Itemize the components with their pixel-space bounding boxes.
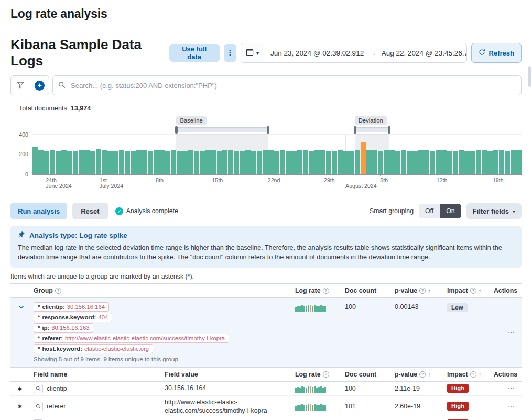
x-axis-tickmark <box>437 175 437 176</box>
unique-asterisk: * <box>38 335 40 341</box>
impact-badge: High <box>447 402 469 411</box>
histogram-bar <box>154 150 159 174</box>
doc-count: 101 <box>341 401 390 412</box>
reset-button[interactable]: Reset <box>72 203 107 219</box>
log-rate-analysis-page: Log rate analysis Kibana Sample Data Log… <box>0 0 532 420</box>
histogram-bar <box>182 151 188 174</box>
histogram-bar <box>309 151 314 174</box>
x-axis-tick-label: 19th <box>493 177 504 183</box>
toolbar: Kibana Sample Data Logs Use full data ⋮ … <box>10 37 522 69</box>
histogram-bar <box>50 150 55 174</box>
x-axis-tick-label: 15th <box>212 177 223 183</box>
histogram-bar <box>516 150 522 174</box>
log-rate-sparkline <box>295 384 327 393</box>
baseline-brush[interactable] <box>176 127 268 132</box>
histogram-bar <box>286 151 291 174</box>
group-items: *clientip:30.156.16.164*response.keyword… <box>34 302 287 353</box>
histogram-bar <box>107 151 113 174</box>
y-axis-tick-label: 200 <box>10 151 28 157</box>
histogram-bar <box>291 151 297 174</box>
histogram-bar <box>372 150 377 174</box>
group-p-value: 0.00143 <box>390 301 443 312</box>
group-item-field: clientip: <box>42 304 64 310</box>
group-item-field: response.keyword: <box>42 314 96 320</box>
add-filter-button[interactable]: + <box>30 76 49 95</box>
histogram-bar <box>165 151 170 174</box>
unique-asterisk: * <box>38 304 40 310</box>
filter-fields-button[interactable]: Filter fields ▾ <box>466 203 522 219</box>
sample-size-button[interactable]: ⋮ <box>224 44 236 62</box>
histogram-bar <box>511 150 516 174</box>
info-icon[interactable]: ? <box>323 288 329 294</box>
x-axis-tick-label: 5th <box>380 177 388 183</box>
histogram-bar <box>217 151 222 174</box>
unique-asterisk: * <box>38 314 40 320</box>
info-icon[interactable]: ? <box>323 371 329 378</box>
histogram-bar <box>90 151 95 174</box>
field-name: referer <box>47 403 66 410</box>
histogram-bar <box>487 151 493 174</box>
info-icon[interactable]: ? <box>55 288 61 294</box>
p-value-column-header[interactable]: p-value ? ↑ <box>390 284 443 297</box>
filter-field-button[interactable] <box>34 384 43 393</box>
field-value: 30.156.16.164 <box>160 382 291 394</box>
impact-column-header[interactable]: Impact ? ↑ <box>443 284 490 297</box>
group-item-badge: *clientip:30.156.16.164 <box>34 302 109 312</box>
refresh-button[interactable]: Refresh <box>471 43 522 63</box>
deviation-brush-right-handle[interactable] <box>388 126 390 134</box>
p-value-column-header[interactable]: p-value ? ↑ <box>390 368 443 381</box>
deviation-brush-left-handle[interactable] <box>354 126 356 134</box>
histogram-plot: 400 200 0 <box>32 134 522 175</box>
field-table-header: Field name Field value Log rate ? Doc co… <box>10 367 522 382</box>
row-actions-button[interactable]: ⋯ <box>508 384 515 392</box>
run-analysis-button[interactable]: Run analysis <box>10 203 67 219</box>
histogram-bar <box>447 151 452 174</box>
field-table-row: ✱clientip30.156.16.1641002.11e-19High⋯ <box>10 382 522 396</box>
info-icon[interactable]: ? <box>470 371 476 378</box>
histogram-bar <box>268 150 274 174</box>
smart-grouping-off[interactable]: Off <box>419 204 440 218</box>
info-icon[interactable]: ? <box>419 371 426 378</box>
deviation-brush[interactable] <box>355 127 389 132</box>
query-bar: + <box>10 75 522 95</box>
x-axis-tickmark <box>46 175 46 176</box>
histogram-bar <box>505 151 510 174</box>
histogram-bar <box>395 151 400 174</box>
unique-asterisk-icon: ✱ <box>18 386 22 392</box>
histogram-bar <box>211 150 216 174</box>
x-axis-tickmark <box>268 175 268 176</box>
search-input[interactable] <box>70 81 516 90</box>
histogram-bar <box>148 151 153 174</box>
group-item-badge: *host.keyword:elastic-elastic-elastic.or… <box>34 344 153 353</box>
info-icon[interactable]: ? <box>470 288 476 294</box>
doc-count-column-header: Doc count <box>341 284 390 297</box>
smart-grouping-on[interactable]: On <box>440 204 461 218</box>
start-date[interactable]: Jun 23, 2024 @ 02:39:02.912 <box>270 49 364 57</box>
saved-query-menu-button[interactable] <box>11 76 30 95</box>
vertical-dots-icon: ⋮ <box>226 48 234 57</box>
baseline-brush-left-handle[interactable] <box>175 126 178 134</box>
impact-column-header[interactable]: Impact ? ↑ <box>443 368 490 381</box>
doc-count: 100 <box>341 383 390 394</box>
sort-ascending-icon: ↑ <box>479 371 482 378</box>
end-date[interactable]: Aug 22, 2024 @ 23:45:26.749 <box>382 49 467 57</box>
date-picker-calendar-button[interactable]: ▾ <box>241 43 264 62</box>
y-axis-tick-label: 0 <box>10 171 28 178</box>
histogram-bar <box>200 151 205 174</box>
histogram-bar <box>245 150 251 174</box>
baseline-brush-right-handle[interactable] <box>267 126 269 134</box>
row-actions-button[interactable]: ⋯ <box>508 328 515 336</box>
info-icon[interactable]: ? <box>419 288 426 294</box>
row-actions-button[interactable]: ⋯ <box>508 402 515 410</box>
total-documents-value: 13,974 <box>71 105 91 112</box>
scrollbar-thumb[interactable] <box>528 66 531 87</box>
collapse-group-button[interactable] <box>15 302 27 314</box>
x-axis-month-label: August 2024 <box>345 183 377 189</box>
total-documents: Total documents: 13,974 <box>19 105 522 112</box>
y-axis-tick-label: 400 <box>10 131 28 138</box>
filter-field-button[interactable] <box>34 402 43 411</box>
use-full-data-button[interactable]: Use full data <box>169 44 220 62</box>
x-axis-tickmark <box>100 175 100 176</box>
histogram-bar <box>418 150 424 174</box>
histogram-bar <box>188 150 193 174</box>
